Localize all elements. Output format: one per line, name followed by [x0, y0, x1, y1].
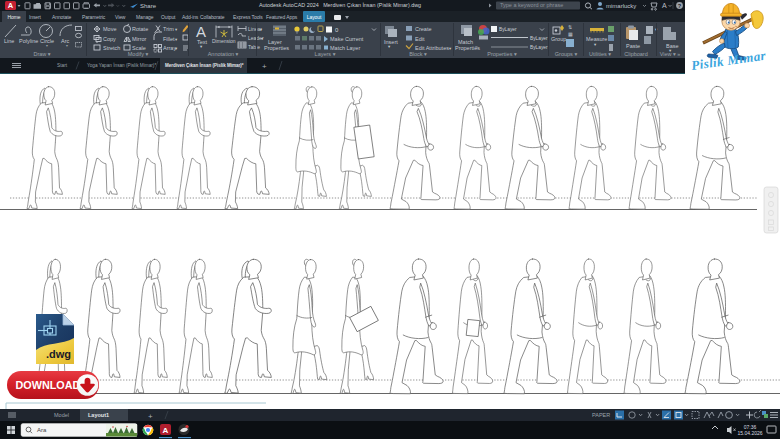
- svg-text:Copy: Copy: [103, 36, 116, 42]
- svg-text:Layer: Layer: [268, 39, 282, 45]
- svg-text:Fillet: Fillet: [163, 36, 175, 42]
- svg-text:Start: Start: [57, 63, 68, 68]
- svg-text:Polyline: Polyline: [19, 38, 38, 44]
- svg-text:Autodesk AutoCAD 2024 Merdiv: Autodesk AutoCAD 2024 Merdiven Çıkan İns…: [259, 2, 421, 8]
- svg-text:A: A: [196, 23, 206, 40]
- svg-text:▾: ▾: [594, 42, 597, 47]
- svg-text:Table: Table: [248, 44, 260, 50]
- svg-text:≡: ≡: [475, 44, 478, 50]
- svg-text:Merdiven Çıkan İnsan (Pislik M: Merdiven Çıkan İnsan (Pislik Mimar)*: [165, 62, 244, 68]
- svg-text:▦: ▦: [568, 31, 573, 37]
- svg-text:▾: ▾: [175, 37, 178, 42]
- svg-text:▾: ▾: [66, 44, 68, 48]
- svg-text:Group: Group: [551, 36, 566, 42]
- svg-text:⇅: ⇅: [568, 24, 572, 30]
- svg-text:Rotate: Rotate: [132, 26, 148, 32]
- svg-text:Text: Text: [197, 39, 208, 45]
- svg-text:Line: Line: [4, 38, 14, 44]
- svg-text:mimarlucky: mimarlucky: [606, 3, 636, 9]
- svg-text:Measure: Measure: [586, 36, 607, 42]
- svg-text:0: 0: [335, 27, 339, 33]
- svg-text:Layout1: Layout1: [88, 412, 109, 418]
- svg-text:Dimension: Dimension: [212, 38, 236, 44]
- svg-text:Ara: Ara: [37, 427, 47, 433]
- svg-text:Edit: Edit: [415, 36, 425, 42]
- svg-text:▾: ▾: [449, 46, 452, 51]
- svg-text:Properties: Properties: [264, 45, 289, 51]
- svg-text:Model: Model: [54, 412, 69, 418]
- svg-text:Base: Base: [666, 43, 679, 49]
- svg-text:15.04.2026: 15.04.2026: [737, 430, 762, 436]
- svg-text:Mirror: Mirror: [132, 36, 147, 42]
- svg-text:▾: ▾: [260, 27, 262, 32]
- svg-text:07:36: 07:36: [744, 424, 757, 430]
- svg-text:A: A: [662, 2, 667, 9]
- svg-text:▾: ▾: [46, 44, 48, 48]
- svg-text:▾: ▾: [175, 27, 178, 32]
- svg-text:DOWNLOAD: DOWNLOAD: [16, 379, 81, 391]
- svg-text:Create: Create: [415, 26, 432, 32]
- svg-text:+: +: [148, 412, 153, 421]
- svg-text:▾: ▾: [261, 36, 263, 41]
- svg-text:Make Current: Make Current: [330, 36, 364, 42]
- svg-text:ByLayer: ByLayer: [530, 45, 548, 50]
- svg-text:ByLayer: ByLayer: [530, 36, 548, 41]
- svg-text:Pislik Mımar: Pislik Mımar: [690, 48, 767, 73]
- svg-text:.dwg: .dwg: [46, 348, 71, 360]
- svg-text:+: +: [262, 62, 267, 71]
- svg-text:Yoga Yapan İnsan (Pislik Mimar: Yoga Yapan İnsan (Pislik Mimar)*: [87, 62, 156, 68]
- svg-text:Match: Match: [458, 39, 473, 45]
- svg-text:A: A: [8, 1, 14, 10]
- svg-text:▾: ▾: [200, 44, 203, 49]
- svg-text:PAPER: PAPER: [592, 412, 610, 418]
- svg-text:Type a keyword or phrase: Type a keyword or phrase: [500, 2, 563, 8]
- svg-text:Paste: Paste: [626, 43, 640, 49]
- svg-text:▾: ▾: [175, 46, 178, 51]
- svg-text:Move: Move: [103, 26, 116, 32]
- svg-text:▾: ▾: [388, 44, 391, 49]
- svg-text:ByLayer: ByLayer: [499, 27, 517, 32]
- svg-text:Trim: Trim: [163, 26, 174, 32]
- svg-text:Share: Share: [140, 3, 157, 9]
- svg-text:A: A: [163, 426, 169, 435]
- svg-text:Insert: Insert: [384, 39, 398, 45]
- svg-text:×: ×: [238, 63, 241, 69]
